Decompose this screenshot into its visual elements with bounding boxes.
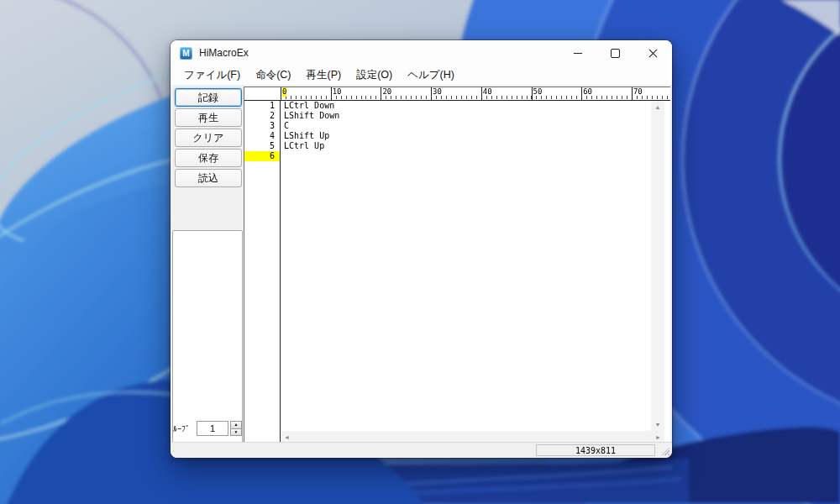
line-number: 1 xyxy=(244,101,280,111)
macro-line-6[interactable]: 6 xyxy=(244,151,656,161)
line-text: C xyxy=(280,121,289,131)
loop-control: ﾙｰﾌﾟ ▲ ▼ xyxy=(173,421,242,436)
menu-item-help[interactable]: ヘルプ(H) xyxy=(400,66,462,84)
macro-lines: 1LCtrl Down2LShift Down3C4LShift Up5LCtr… xyxy=(244,101,656,161)
record-button[interactable]: 記録 xyxy=(175,88,242,107)
menu-item-file[interactable]: ファイル(F) xyxy=(176,66,248,84)
line-text: LCtrl Down xyxy=(280,101,334,111)
sidebar: 記録再生クリア保存読込 ﾙｰﾌﾟ ▲ ▼ xyxy=(171,85,244,443)
scroll-up-icon[interactable]: ▲ xyxy=(651,101,664,113)
ruler-tick-label: 60 xyxy=(583,87,592,97)
menu-item-command[interactable]: 命令(C) xyxy=(248,66,298,84)
menu-item-settings[interactable]: 設定(O) xyxy=(349,66,400,84)
scroll-right-icon[interactable]: ► xyxy=(652,434,664,440)
ruler-tick-30: 30 xyxy=(431,87,432,100)
ruler-tick-20: 20 xyxy=(381,87,381,100)
line-text xyxy=(280,151,284,161)
window-title: HiMacroEx xyxy=(199,47,249,59)
maximize-icon xyxy=(611,49,620,58)
ruler-tick-label: 40 xyxy=(483,87,492,97)
ruler: 010203040506070 xyxy=(244,87,670,101)
scroll-down-icon[interactable]: ▼ xyxy=(651,418,664,431)
line-number: 5 xyxy=(244,141,280,151)
macro-line-4[interactable]: 4LShift Up xyxy=(244,131,656,141)
ruler-tick-40: 40 xyxy=(481,87,482,100)
macro-line-5[interactable]: 5LCtrl Up xyxy=(244,141,656,151)
ruler-tick-label: 10 xyxy=(333,87,342,97)
ruler-tick-label: 70 xyxy=(633,87,643,97)
title-bar[interactable]: M HiMacroEx xyxy=(171,40,672,66)
maximize-button[interactable] xyxy=(596,40,634,66)
macro-line-1[interactable]: 1LCtrl Down xyxy=(244,101,656,111)
close-button[interactable] xyxy=(634,40,672,66)
minimize-icon xyxy=(574,53,582,54)
line-number: 3 xyxy=(244,121,280,131)
vertical-scrollbar[interactable]: ▲ ▼ xyxy=(651,101,664,431)
clear-button[interactable]: クリア xyxy=(175,129,242,147)
ruler-tick-10: 10 xyxy=(331,87,332,100)
loop-spinner: ▲ ▼ xyxy=(230,421,242,436)
spin-up-button[interactable]: ▲ xyxy=(230,421,242,428)
line-text: LCtrl Up xyxy=(280,141,324,151)
menu-bar: ファイル(F)命令(C)再生(P)設定(O)ヘルプ(H) xyxy=(171,66,672,85)
line-number: 4 xyxy=(244,131,280,141)
save-button[interactable]: 保存 xyxy=(175,149,242,167)
ruler-tick-label: 0 xyxy=(282,87,286,97)
ruler-tick-70: 70 xyxy=(632,87,633,100)
loop-count-input[interactable] xyxy=(197,421,228,436)
screen-size-status: 1439x811 xyxy=(536,444,655,456)
line-text: LShift Down xyxy=(280,111,339,121)
macro-line-2[interactable]: 2LShift Down xyxy=(244,111,656,121)
macro-list-area: 010203040506070 1LCtrl Down2LShift Down3… xyxy=(244,87,670,443)
minimize-button[interactable] xyxy=(559,40,596,66)
load-button[interactable]: 読込 xyxy=(175,169,242,187)
line-text: LShift Up xyxy=(280,131,329,141)
line-number: 6 xyxy=(244,151,280,161)
ruler-tick-label: 20 xyxy=(382,87,391,97)
status-bar: 1439x811 xyxy=(171,442,672,458)
close-icon xyxy=(648,49,658,58)
menu-item-play[interactable]: 再生(P) xyxy=(299,66,349,84)
scroll-left-icon[interactable]: ◄ xyxy=(281,434,293,440)
resize-grip[interactable] xyxy=(660,446,669,455)
spin-down-button[interactable]: ▼ xyxy=(230,428,242,437)
app-icon: M xyxy=(180,47,192,60)
ruler-tick-50: 50 xyxy=(532,87,533,100)
loop-label: ﾙｰﾌﾟ xyxy=(173,424,197,433)
play-button[interactable]: 再生 xyxy=(175,108,242,127)
macro-line-3[interactable]: 3C xyxy=(244,121,656,131)
himacroex-window: M HiMacroEx ファイル(F)命令(C)再生(P)設定(O)ヘルプ(H)… xyxy=(171,40,672,458)
ruler-tick-0: 0 xyxy=(281,87,281,100)
sidebar-buttons: 記録再生クリア保存読込 xyxy=(175,88,242,189)
ruler-tick-label: 50 xyxy=(533,87,543,97)
ruler-tick-label: 30 xyxy=(433,87,442,97)
ruler-tick-60: 60 xyxy=(581,87,582,100)
line-number: 2 xyxy=(244,111,280,121)
